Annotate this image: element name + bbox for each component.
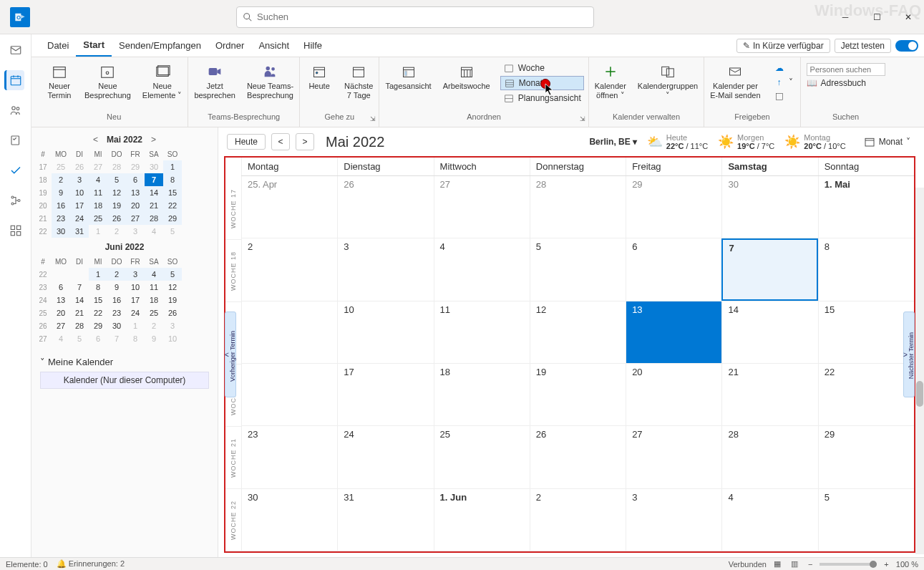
mini-day[interactable]: 1 bbox=[163, 160, 182, 173]
mini-day[interactable]: 23 bbox=[52, 212, 70, 225]
new-appointment-button[interactable]: NeuerTermin bbox=[40, 60, 79, 111]
mini-day[interactable]: 29 bbox=[163, 212, 182, 225]
mini-day[interactable]: 2 bbox=[52, 173, 70, 186]
rail-people[interactable] bbox=[6, 100, 26, 120]
next-7-days-button[interactable]: Nächste7 Tage bbox=[339, 60, 379, 111]
mini-day[interactable]: 9 bbox=[145, 332, 163, 345]
meet-now-button[interactable]: Jetztbesprechen bbox=[188, 60, 241, 111]
mini-day[interactable]: 28 bbox=[107, 160, 126, 173]
ribbon-tab-hilfe[interactable]: Hilfe bbox=[296, 34, 329, 57]
day-cell[interactable]: 6 bbox=[626, 238, 721, 300]
mini-day[interactable]: 1 bbox=[89, 225, 107, 238]
ribbon-tab-start[interactable]: Start bbox=[76, 34, 112, 57]
day-cell[interactable]: 23 bbox=[241, 426, 337, 488]
mini-day[interactable]: 31 bbox=[70, 225, 89, 238]
day-cell[interactable]: 11 bbox=[434, 301, 530, 363]
mini-day[interactable]: 4 bbox=[145, 225, 163, 238]
open-calendar-button[interactable]: Kalenderöffnen ˅ bbox=[589, 60, 632, 111]
day-cell[interactable]: 25. Apr bbox=[241, 176, 337, 238]
ribbon-tab-senden/empfangen[interactable]: Senden/Empfangen bbox=[112, 34, 208, 57]
mini-day[interactable]: 5 bbox=[70, 332, 89, 345]
coming-soon-button[interactable]: ✎In Kürze verfügbar bbox=[736, 39, 830, 53]
rail-org[interactable] bbox=[6, 190, 26, 211]
mini-day[interactable]: 4 bbox=[89, 173, 107, 186]
day-cell[interactable]: 2 bbox=[241, 238, 337, 300]
day-cell[interactable]: 24 bbox=[337, 426, 433, 488]
mini-prev[interactable]: < bbox=[90, 135, 101, 145]
day-cell[interactable]: 26 bbox=[337, 176, 433, 238]
weather-day[interactable]: ☀️Morgen19°C / 7°C bbox=[718, 133, 774, 150]
day-cell[interactable]: 30 bbox=[721, 176, 817, 238]
mini-day[interactable]: 10 bbox=[126, 281, 145, 294]
mini-day[interactable] bbox=[70, 268, 89, 281]
status-reminders[interactable]: 🔔 Erinnerungen: 2 bbox=[57, 559, 125, 569]
mini-day[interactable]: 13 bbox=[52, 294, 70, 306]
mini-day[interactable]: 22 bbox=[163, 199, 182, 212]
ribbon-tab-datei[interactable]: Datei bbox=[40, 34, 76, 57]
day-cell[interactable]: 1. Mai bbox=[818, 176, 914, 238]
mini-day[interactable]: 12 bbox=[107, 186, 126, 199]
mini-day[interactable]: 27 bbox=[126, 212, 145, 225]
month-view-button[interactable]: Monat bbox=[500, 76, 584, 90]
rail-apps[interactable] bbox=[6, 221, 26, 241]
new-teams-meeting-button[interactable]: Neue Teams-Besprechung bbox=[241, 60, 299, 111]
mini-day[interactable]: 14 bbox=[145, 186, 163, 199]
window-close[interactable]: ✕ bbox=[893, 6, 924, 29]
mini-day[interactable]: 23 bbox=[107, 306, 126, 319]
mini-day[interactable]: 1 bbox=[126, 319, 145, 332]
mini-day[interactable]: 3 bbox=[163, 319, 182, 332]
mini-day[interactable]: 28 bbox=[145, 212, 163, 225]
mini-day[interactable]: 10 bbox=[70, 186, 89, 199]
day-cell[interactable] bbox=[241, 364, 337, 425]
mini-day[interactable]: 14 bbox=[70, 294, 89, 306]
day-cell[interactable]: 12 bbox=[530, 301, 626, 363]
view-normal-icon[interactable]: ▦ bbox=[774, 559, 784, 569]
mini-day[interactable]: 7 bbox=[107, 332, 126, 345]
day-cell[interactable]: 27 bbox=[434, 176, 530, 238]
email-calendar-button[interactable]: Kalender perE-Mail senden bbox=[704, 60, 766, 111]
share-up-button[interactable]: ↑˅ bbox=[771, 76, 796, 89]
day-cell[interactable]: 29 bbox=[626, 176, 721, 238]
ribbon-tab-ansicht[interactable]: Ansicht bbox=[251, 34, 296, 57]
mini-day[interactable]: 24 bbox=[70, 212, 89, 225]
day-cell[interactable]: 4 bbox=[434, 238, 530, 300]
mini-day[interactable]: 25 bbox=[52, 160, 70, 173]
mini-day[interactable]: 8 bbox=[89, 281, 107, 294]
next-month-button[interactable]: > bbox=[296, 133, 314, 150]
prev-appointment-tab[interactable]: <Vorheriger Termin bbox=[225, 311, 236, 397]
mini-day[interactable]: 3 bbox=[126, 225, 145, 238]
schedule-view-button[interactable]: Planungsansicht bbox=[500, 92, 584, 105]
new-meeting-button[interactable]: NeueBesprechung bbox=[79, 60, 137, 111]
weather-location[interactable]: Berlin, BE▾ bbox=[589, 137, 636, 147]
weather-day[interactable]: ⛅Heute22°C / 11°C bbox=[647, 133, 708, 150]
mini-day[interactable]: 2 bbox=[107, 268, 126, 281]
my-calendars-toggle[interactable]: ˅Meine Kalender bbox=[34, 354, 215, 370]
share-publish-button[interactable] bbox=[771, 90, 796, 103]
mini-day[interactable]: 20 bbox=[126, 199, 145, 212]
search-input[interactable] bbox=[257, 11, 588, 22]
mini-day[interactable]: 13 bbox=[126, 186, 145, 199]
mini-day[interactable]: 18 bbox=[89, 199, 107, 212]
arrange-launcher[interactable]: ⇲ bbox=[580, 115, 585, 122]
view-reading-icon[interactable]: ▥ bbox=[791, 559, 801, 569]
mini-day[interactable]: 16 bbox=[107, 294, 126, 306]
mini-day[interactable]: 29 bbox=[89, 319, 107, 332]
mini-day[interactable]: 19 bbox=[163, 294, 182, 306]
new-items-button[interactable]: NeueElemente ˅ bbox=[137, 60, 188, 111]
mini-day[interactable]: 6 bbox=[89, 332, 107, 345]
try-now-button[interactable]: Jetzt testen bbox=[835, 39, 891, 53]
mini-day[interactable]: 17 bbox=[70, 199, 89, 212]
day-cell[interactable]: 14 bbox=[721, 301, 817, 363]
mini-day[interactable]: 5 bbox=[163, 268, 182, 281]
day-cell[interactable]: 29 bbox=[818, 426, 914, 488]
day-cell[interactable]: 21 bbox=[721, 364, 817, 425]
day-cell[interactable]: 30 bbox=[241, 489, 337, 551]
day-cell[interactable]: 17 bbox=[337, 364, 433, 425]
zoom-slider[interactable] bbox=[820, 563, 877, 566]
day-cell[interactable]: 13 bbox=[626, 301, 721, 363]
zoom-in[interactable]: + bbox=[884, 560, 888, 569]
workweek-view-button[interactable]: Arbeitswoche bbox=[437, 60, 496, 111]
mini-day[interactable]: 20 bbox=[52, 306, 70, 319]
mini-day[interactable]: 30 bbox=[107, 319, 126, 332]
day-cell[interactable]: 22 bbox=[818, 364, 914, 425]
